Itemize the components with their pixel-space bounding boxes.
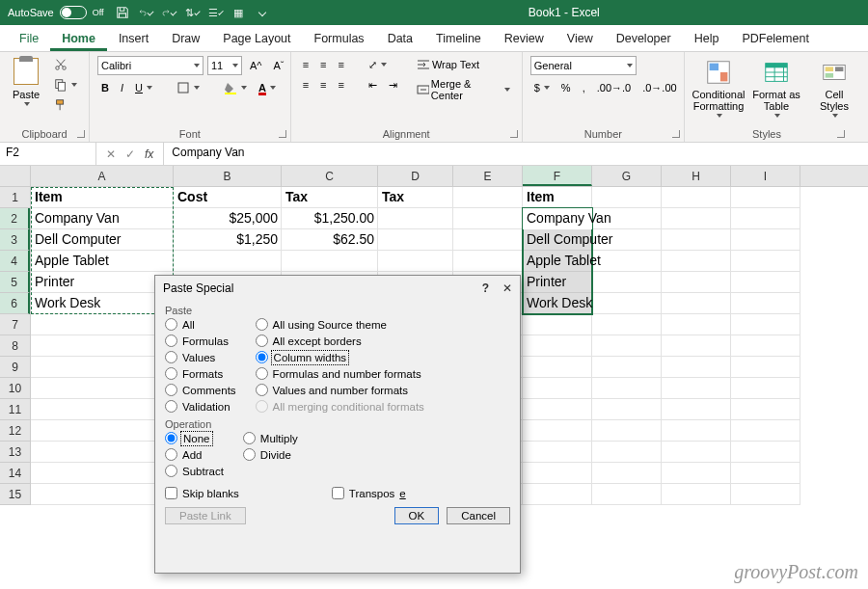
row-header-12[interactable]: 12 bbox=[0, 420, 30, 442]
radio-validation[interactable]: Validation bbox=[165, 400, 236, 413]
radio-divide[interactable]: Divide bbox=[243, 448, 298, 461]
cell-I2[interactable] bbox=[731, 208, 800, 229]
radio-values-and-number-formats[interactable]: Values and number formats bbox=[256, 384, 424, 396]
tab-view[interactable]: View bbox=[556, 26, 605, 51]
cell-H6[interactable] bbox=[662, 293, 731, 314]
cell-B4[interactable] bbox=[174, 251, 282, 272]
cell-F6[interactable] bbox=[523, 293, 592, 314]
column-header-G[interactable]: G bbox=[592, 166, 662, 186]
tab-developer[interactable]: Developer bbox=[605, 26, 683, 51]
column-header-I[interactable]: I bbox=[731, 166, 800, 186]
copy-button[interactable] bbox=[50, 76, 81, 94]
row-header-9[interactable]: 9 bbox=[0, 357, 30, 378]
cell-I3[interactable] bbox=[731, 229, 800, 251]
qat-more-icon[interactable] bbox=[255, 6, 268, 19]
cell-G11[interactable] bbox=[592, 399, 662, 420]
cell-styles-button[interactable]: Cell Styles bbox=[808, 56, 860, 120]
redo-icon[interactable] bbox=[162, 6, 176, 19]
decrease-font-icon[interactable]: Aˇ bbox=[270, 57, 288, 74]
row-header-6[interactable]: 6 bbox=[0, 293, 30, 314]
font-family-combo[interactable]: Calibri bbox=[97, 56, 203, 75]
column-header-H[interactable]: H bbox=[662, 166, 731, 186]
ok-button[interactable]: OK bbox=[394, 507, 440, 524]
cell-I8[interactable] bbox=[731, 335, 800, 357]
increase-decimal-icon[interactable]: .00→.0 bbox=[593, 79, 635, 96]
cell-A7[interactable] bbox=[31, 314, 174, 335]
format-as-table-button[interactable]: Format as Table bbox=[750, 56, 802, 120]
font-size-combo[interactable]: 11 bbox=[207, 56, 242, 75]
row-header-1[interactable]: 1 bbox=[0, 187, 30, 208]
cell-D4[interactable] bbox=[378, 251, 453, 272]
sort-icon[interactable]: ⇅ bbox=[185, 6, 199, 19]
cell-A11[interactable] bbox=[31, 399, 174, 420]
radio-all-using-source-theme[interactable]: All using Source theme bbox=[256, 318, 424, 331]
cell-H12[interactable] bbox=[662, 420, 731, 442]
wrap-text-button[interactable]: Wrap Text bbox=[413, 56, 483, 73]
cell-H1[interactable] bbox=[662, 187, 731, 208]
cell-I5[interactable] bbox=[731, 272, 800, 293]
row-header-4[interactable]: 4 bbox=[0, 251, 30, 272]
radio-multiply[interactable]: Multiply bbox=[243, 432, 298, 444]
align-top-icon[interactable]: ≡ bbox=[299, 56, 312, 73]
touch-mode-icon[interactable]: ☰ bbox=[208, 6, 222, 19]
cell-A3[interactable] bbox=[31, 229, 174, 251]
cell-F13[interactable] bbox=[523, 442, 592, 463]
cancel-formula-icon[interactable]: ✕ bbox=[106, 147, 116, 161]
tab-pdfelement[interactable]: PDFelement bbox=[730, 26, 820, 51]
radio-column-widths[interactable]: Column widths bbox=[256, 351, 424, 363]
fx-icon[interactable]: fx bbox=[145, 147, 153, 161]
formula-bar[interactable]: Company Van bbox=[164, 143, 868, 165]
cell-F11[interactable] bbox=[523, 399, 592, 420]
cell-G8[interactable] bbox=[592, 335, 662, 357]
undo-icon[interactable] bbox=[139, 6, 152, 19]
cell-A6[interactable] bbox=[31, 293, 174, 314]
help-icon[interactable]: ? bbox=[482, 281, 489, 295]
cell-I13[interactable] bbox=[731, 442, 800, 463]
cell-I10[interactable] bbox=[731, 378, 800, 399]
cell-E3[interactable] bbox=[453, 229, 523, 251]
column-header-C[interactable]: C bbox=[282, 166, 378, 186]
form-icon[interactable]: ▦ bbox=[231, 6, 245, 19]
row-header-11[interactable]: 11 bbox=[0, 399, 30, 420]
italic-button[interactable]: I bbox=[117, 79, 127, 96]
cell-D2[interactable] bbox=[378, 208, 453, 229]
increase-indent-icon[interactable]: ⇥ bbox=[385, 76, 401, 94]
cell-E1[interactable] bbox=[453, 187, 523, 208]
cell-A1[interactable] bbox=[31, 187, 174, 208]
cell-D1[interactable] bbox=[378, 187, 453, 208]
cell-F4[interactable] bbox=[523, 251, 592, 272]
cell-A5[interactable] bbox=[31, 272, 174, 293]
cell-H4[interactable] bbox=[662, 251, 731, 272]
column-header-D[interactable]: D bbox=[378, 166, 453, 186]
cell-E4[interactable] bbox=[453, 251, 523, 272]
cell-B3[interactable] bbox=[174, 229, 282, 251]
radio-add[interactable]: Add bbox=[165, 448, 224, 461]
cell-G9[interactable] bbox=[592, 357, 662, 378]
cell-C1[interactable] bbox=[282, 187, 378, 208]
cell-F9[interactable] bbox=[523, 357, 592, 378]
column-header-E[interactable]: E bbox=[453, 166, 523, 186]
cell-G14[interactable] bbox=[592, 463, 662, 484]
comma-button[interactable]: , bbox=[579, 79, 589, 96]
cell-I6[interactable] bbox=[731, 293, 800, 314]
column-header-B[interactable]: B bbox=[174, 166, 282, 186]
tab-home[interactable]: Home bbox=[50, 26, 107, 51]
cell-F1[interactable] bbox=[523, 187, 592, 208]
row-header-5[interactable]: 5 bbox=[0, 272, 30, 293]
close-icon[interactable]: ✕ bbox=[502, 281, 512, 295]
tab-file[interactable]: File bbox=[8, 26, 50, 51]
cell-F12[interactable] bbox=[523, 420, 592, 442]
cell-F2[interactable] bbox=[523, 208, 592, 229]
enter-formula-icon[interactable]: ✓ bbox=[125, 147, 135, 161]
cell-C2[interactable] bbox=[282, 208, 378, 229]
cell-G2[interactable] bbox=[592, 208, 662, 229]
number-format-combo[interactable]: General bbox=[530, 56, 637, 75]
cell-I4[interactable] bbox=[731, 251, 800, 272]
cell-E2[interactable] bbox=[453, 208, 523, 229]
cell-F10[interactable] bbox=[523, 378, 592, 399]
dialog-titlebar[interactable]: Paste Special ? ✕ bbox=[155, 276, 520, 301]
cell-A15[interactable] bbox=[31, 484, 174, 505]
conditional-formatting-button[interactable]: Conditional Formatting bbox=[692, 56, 745, 120]
row-header-13[interactable]: 13 bbox=[0, 442, 30, 463]
currency-button[interactable]: $ bbox=[530, 79, 554, 96]
